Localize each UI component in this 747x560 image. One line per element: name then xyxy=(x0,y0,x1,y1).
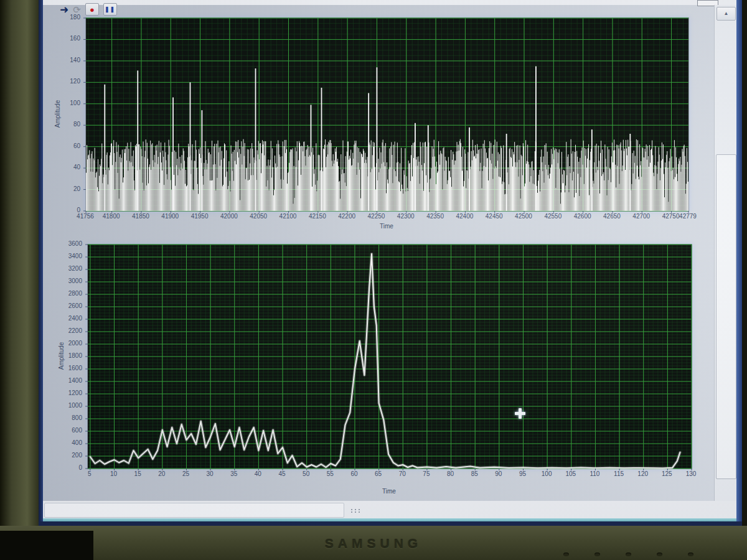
horizontal-scrollbar[interactable] xyxy=(43,501,736,518)
y-tick-label: 100 xyxy=(55,100,80,106)
x-tick-label: 40 xyxy=(242,470,273,477)
y-tick-label: 0 xyxy=(55,207,80,213)
x-tick-label: 42350 xyxy=(420,213,451,220)
x-tick-label: 15 xyxy=(122,470,153,477)
x-tick-label: 42750 xyxy=(655,213,687,220)
vertical-scrollbar-thumb[interactable] xyxy=(716,154,736,479)
pause-icon: ❚❚ xyxy=(105,7,115,12)
x-tick-label: 41900 xyxy=(154,213,186,220)
y-tick-label: 1600 xyxy=(57,365,82,371)
x-tick-label: 30 xyxy=(194,470,225,477)
y-tick-label: 400 xyxy=(57,439,82,446)
x-tick-label: 130 xyxy=(675,470,707,477)
window-right-border xyxy=(736,0,742,526)
y-axis-title: Amplitude xyxy=(54,100,61,128)
abort-button[interactable]: ● xyxy=(85,3,99,16)
y-tick-label: 1200 xyxy=(57,390,82,396)
x-tick-label: 35 xyxy=(218,470,250,477)
monitor-bezel-left xyxy=(0,0,39,560)
monitor-screen: ➜ ⟳ ● ❚❚ 4175641800418504190041950420004… xyxy=(39,0,742,526)
monitor-bezel-right xyxy=(742,0,747,560)
x-tick-label: 42000 xyxy=(214,213,245,220)
y-tick-label: 600 xyxy=(57,427,82,434)
x-tick-label: 125 xyxy=(651,470,682,477)
monitor-button[interactable] xyxy=(563,553,569,556)
y-tick-label: 800 xyxy=(57,414,82,421)
x-tick-label: 50 xyxy=(291,470,322,477)
y-tick-label: 160 xyxy=(55,35,80,42)
x-tick-label: 42400 xyxy=(449,213,480,220)
x-tick-label: 5 xyxy=(74,470,105,477)
x-tick-label: 41800 xyxy=(96,213,127,220)
y-tick-label: 1800 xyxy=(57,352,82,359)
y-axis-title: Amplitude xyxy=(58,342,65,370)
y-tick-label: 1000 xyxy=(57,402,82,409)
x-tick-label: 60 xyxy=(339,470,370,477)
x-tick-label: 110 xyxy=(579,470,610,477)
x-tick-label: 42250 xyxy=(360,213,392,220)
y-tick-label: 120 xyxy=(55,78,80,85)
y-tick-label: 140 xyxy=(55,57,80,63)
monitor-brand-logo: SAMSUNG xyxy=(0,536,747,551)
y-tick-label: 3600 xyxy=(57,240,82,247)
y-tick-label: 80 xyxy=(55,121,80,128)
x-tick-label: 90 xyxy=(483,470,514,477)
window-bottom-border xyxy=(39,521,742,526)
x-tick-label: 45 xyxy=(266,470,298,477)
chart-canvas xyxy=(86,18,688,211)
x-tick-label: 10 xyxy=(98,470,129,477)
x-tick-label: 80 xyxy=(435,470,466,477)
x-tick-label: 42100 xyxy=(273,213,304,220)
monitor-button[interactable] xyxy=(657,553,662,556)
x-axis-title: Time xyxy=(382,488,396,495)
y-tick-label: 200 xyxy=(57,452,82,459)
y-tick-label: 2000 xyxy=(57,340,82,347)
monitor-button[interactable] xyxy=(688,553,693,556)
waveform-chart-bottom-plot[interactable] xyxy=(87,244,692,469)
x-tick-label: 105 xyxy=(555,470,586,477)
x-tick-label: 42500 xyxy=(508,213,539,220)
x-tick-label: 41850 xyxy=(125,213,156,220)
x-tick-label: 42550 xyxy=(537,213,568,220)
x-tick-label: 55 xyxy=(314,470,345,477)
y-tick-label: 2400 xyxy=(57,315,82,322)
pause-button[interactable]: ❚❚ xyxy=(103,3,117,16)
x-tick-label: 42300 xyxy=(390,213,421,220)
monitor-button[interactable] xyxy=(594,553,600,556)
y-tick-label: 2800 xyxy=(57,290,82,297)
y-tick-label: 40 xyxy=(55,164,80,170)
x-tick-label: 120 xyxy=(627,470,659,477)
monitor-button[interactable] xyxy=(626,553,631,556)
x-tick-label: 41950 xyxy=(184,213,215,220)
run-icon[interactable]: ➜ xyxy=(60,4,68,15)
x-tick-label: 42150 xyxy=(302,213,333,220)
resize-grip[interactable] xyxy=(350,508,361,513)
window-left-border xyxy=(39,0,43,526)
x-tick-label: 20 xyxy=(146,470,177,477)
horizontal-scrollbar-thumb[interactable] xyxy=(44,503,344,518)
x-tick-label: 42600 xyxy=(567,213,598,220)
x-tick-label: 85 xyxy=(459,470,490,477)
x-axis-title: Time xyxy=(380,223,393,230)
y-tick-label: 60 xyxy=(55,142,80,149)
x-tick-label: 95 xyxy=(507,470,538,477)
monitor-photo: ➜ ⟳ ● ❚❚ 4175641800418504190041950420004… xyxy=(0,0,747,560)
y-tick-label: 3000 xyxy=(57,278,82,284)
scrollbar-up-arrow-icon[interactable]: ▲ xyxy=(716,7,736,21)
x-tick-label: 42650 xyxy=(596,213,627,220)
x-tick-label: 42779 xyxy=(672,213,703,220)
x-tick-label: 42200 xyxy=(331,213,362,220)
x-tick-label: 75 xyxy=(411,470,442,477)
y-tick-label: 3200 xyxy=(57,265,82,272)
y-tick-label: 0 xyxy=(57,464,82,471)
x-tick-label: 42450 xyxy=(479,213,510,220)
x-tick-label: 115 xyxy=(603,470,634,477)
x-tick-label: 65 xyxy=(363,470,394,477)
vertical-scrollbar[interactable]: ▲ xyxy=(714,5,737,501)
abort-icon: ● xyxy=(90,6,95,14)
x-tick-label: 25 xyxy=(170,470,201,477)
chart-canvas xyxy=(88,245,692,469)
waveform-chart-top-plot[interactable] xyxy=(85,17,689,212)
y-tick-label: 2600 xyxy=(57,302,82,309)
run-continuous-icon[interactable]: ⟳ xyxy=(73,5,81,14)
